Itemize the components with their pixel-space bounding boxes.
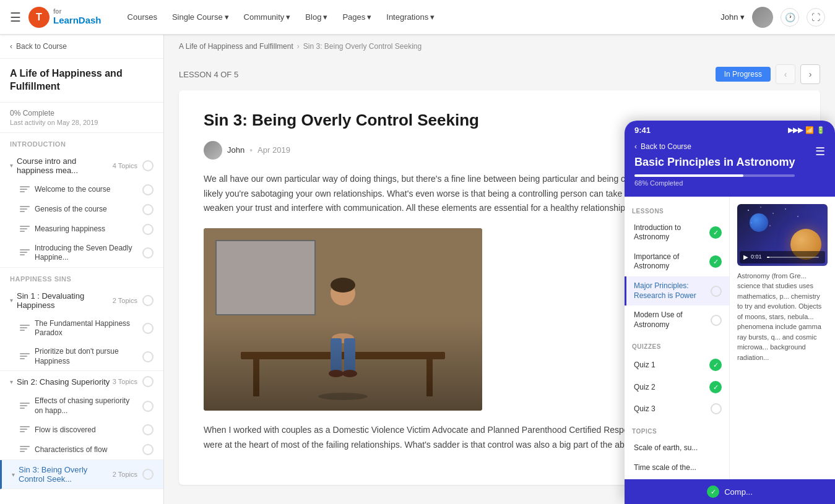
- chevron-down-icon: ▾: [10, 297, 13, 304]
- mobile-topic-item[interactable]: Scale of earth, su...: [625, 438, 729, 458]
- lesson-name: Measuring happiness: [35, 224, 137, 234]
- svg-rect-2: [241, 352, 445, 359]
- chevron-down-icon: ▾: [10, 162, 13, 169]
- mobile-quiz-item[interactable]: Quiz 3: [625, 398, 729, 419]
- list-item[interactable]: Characteristics of flow: [0, 440, 163, 459]
- complete-label: Comp...: [724, 487, 753, 497]
- completion-circle: [142, 204, 154, 215]
- lesson-name: The Fundamental Happiness Paradox: [35, 319, 137, 338]
- mobile-quiz-name: Quiz 2: [634, 383, 709, 393]
- svg-point-13: [329, 370, 344, 377]
- hamburger-menu-icon[interactable]: ☰: [10, 10, 21, 25]
- nav-pages[interactable]: Pages ▾: [336, 9, 378, 25]
- mobile-quiz-item[interactable]: Quiz 1 ✓: [625, 354, 729, 376]
- mobile-lesson-name: Introduction to Astronomy: [634, 223, 709, 242]
- next-lesson-btn[interactable]: ›: [800, 64, 820, 84]
- section-name: Sin 3: Being Overly Control Seek...: [19, 465, 113, 484]
- list-item[interactable]: Effects of chasing superiority on happ..…: [0, 392, 163, 420]
- nav-blog[interactable]: Blog ▾: [299, 9, 334, 25]
- chevron-left-icon: ‹: [10, 42, 12, 51]
- mobile-circle: [711, 403, 722, 414]
- user-menu[interactable]: John ▾: [720, 12, 745, 22]
- author-avatar: [204, 141, 222, 160]
- mobile-quiz-item[interactable]: Quiz 2 ✓: [625, 376, 729, 398]
- section-count: 4 Topics: [113, 162, 137, 169]
- list-item[interactable]: Genesis of the course: [0, 200, 163, 220]
- section-name: Sin 2: Chasing Superiority: [17, 377, 113, 387]
- nav-courses[interactable]: Courses: [121, 9, 163, 25]
- mobile-lesson-name: Modern Use of Astronomy: [634, 310, 711, 330]
- nav-community[interactable]: Community ▾: [238, 9, 297, 25]
- mobile-back-btn[interactable]: ‹ Back to Course: [634, 142, 795, 151]
- clock-icon-btn[interactable]: 🕐: [781, 8, 799, 27]
- prev-lesson-btn[interactable]: ‹: [776, 64, 795, 84]
- avatar[interactable]: [752, 7, 773, 28]
- nav-integrations[interactable]: Integrations ▾: [380, 9, 441, 25]
- mobile-description-text: Astronomy (from Gre... science that stud…: [737, 271, 828, 363]
- fullscreen-icon-btn[interactable]: ⛶: [807, 8, 825, 27]
- mobile-menu-btn[interactable]: ☰: [815, 145, 825, 158]
- mobile-video-thumbnail[interactable]: ▶ 0:01: [737, 204, 828, 266]
- lesson-name: Introducing the Seven Deadly Happine...: [35, 244, 137, 263]
- lesson-header: LESSON 4 OF 5 In Progress ‹ ›: [164, 58, 835, 90]
- svg-line-8: [312, 324, 331, 336]
- lesson-icon: [20, 426, 30, 434]
- mobile-content-area: ▶ 0:01 Astronomy (from Gre... science th…: [730, 197, 835, 479]
- mobile-lesson-item-active[interactable]: Major Principles: Research is Power: [625, 276, 729, 305]
- breadcrumb-course-link[interactable]: A Life of Happiness and Fulfillment: [179, 42, 293, 51]
- mobile-complete-btn[interactable]: ✓ Comp...: [625, 479, 835, 504]
- lesson-icon: [20, 446, 30, 453]
- mobile-progress-text: 68% Completed: [634, 179, 795, 187]
- list-item[interactable]: The Fundamental Happiness Paradox: [0, 315, 163, 343]
- section-intro-label: Introduction: [0, 133, 163, 152]
- svg-point-10: [332, 333, 354, 343]
- completion-circle: [142, 160, 154, 171]
- completion-circle: [142, 401, 154, 412]
- section-group-intro: ▾ Course intro and happiness mea... 4 To…: [0, 152, 163, 268]
- section-header-sin3[interactable]: ▾ Sin 3: Being Overly Control Seek... 2 …: [2, 460, 163, 489]
- section-count: 2 Topics: [113, 471, 137, 478]
- svg-rect-11: [331, 338, 342, 372]
- mobile-check-icon: ✓: [709, 359, 722, 371]
- mobile-body: LESSONS Introduction to Astronomy ✓ Impo…: [625, 197, 835, 479]
- list-item[interactable]: Measuring happiness: [0, 220, 163, 239]
- mobile-status-bar: 9:41 ▶▶▶ 📶 🔋: [625, 121, 835, 137]
- list-item[interactable]: Introducing the Seven Deadly Happine...: [0, 239, 163, 267]
- section-header-intro[interactable]: ▾ Course intro and happiness mea... 4 To…: [0, 152, 163, 180]
- section-header-sin2[interactable]: ▾ Sin 2: Chasing Superiority 3 Topics: [0, 371, 163, 392]
- breadcrumb: A Life of Happiness and Fulfillment › Si…: [164, 35, 835, 58]
- back-to-course-btn[interactable]: ‹ Back to Course: [0, 35, 163, 59]
- mobile-lesson-item[interactable]: Importance of Astronomy ✓: [625, 247, 729, 276]
- top-navigation: ☰ T for LearnDash Courses Single Course …: [0, 0, 835, 35]
- svg-point-5: [329, 304, 357, 338]
- mobile-progress-fill: [634, 174, 743, 177]
- breadcrumb-separator: ›: [297, 42, 300, 51]
- logo[interactable]: T for LearnDash: [28, 7, 102, 28]
- lesson-icon: [20, 353, 30, 361]
- completion-circle: [142, 295, 154, 306]
- list-item[interactable]: Flow is discovered: [0, 420, 163, 440]
- svg-point-18: [772, 213, 774, 214]
- mobile-topic-item[interactable]: Time scale of the...: [625, 458, 729, 478]
- list-item[interactable]: Welcome to the course: [0, 180, 163, 200]
- sidebar: ‹ Back to Course A Life of Happiness and…: [0, 35, 164, 504]
- section-count: 2 Topics: [113, 297, 137, 304]
- completion-circle: [142, 444, 154, 455]
- section-name: Sin 1 : Devaluating Happiness: [17, 291, 113, 310]
- mobile-topic-name: Time scale of the...: [634, 463, 722, 473]
- nav-single-course[interactable]: Single Course ▾: [166, 9, 235, 25]
- chevron-left-icon: ‹: [634, 142, 637, 151]
- lesson-name: Flow is discovered: [35, 425, 137, 435]
- completion-circle: [142, 247, 154, 258]
- list-item[interactable]: Prioritize but don't pursue Happiness: [0, 343, 163, 370]
- mobile-lesson-item[interactable]: Introduction to Astronomy ✓: [625, 218, 729, 247]
- lesson-number: LESSON 4 OF 5: [179, 70, 238, 79]
- lesson-name: Welcome to the course: [35, 185, 137, 195]
- mobile-check-icon: ✓: [709, 255, 722, 268]
- section-header-sin1[interactable]: ▾ Sin 1 : Devaluating Happiness 2 Topics: [0, 286, 163, 315]
- completion-circle: [142, 184, 154, 195]
- mobile-lesson-item[interactable]: Modern Use of Astronomy: [625, 305, 729, 335]
- chevron-down-icon: ▾: [286, 12, 290, 22]
- mobile-video-controls[interactable]: ▶ 0:01: [740, 251, 825, 263]
- lesson-icon: [20, 249, 30, 257]
